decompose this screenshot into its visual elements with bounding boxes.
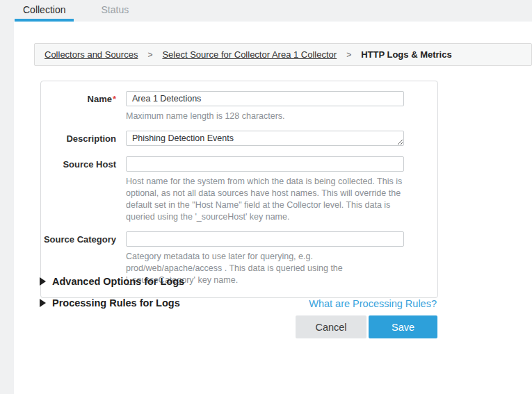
name-input[interactable] [126,91,404,106]
tab-status-label: Status [101,4,129,15]
caret-right-icon [40,277,46,286]
main-panel: Collectors and Sources > Select Source f… [14,22,532,394]
section-advanced-options[interactable]: Advanced Options for Logs [40,276,184,287]
tab-collection-label: Collection [23,4,65,15]
breadcrumb-separator: > [346,50,351,60]
caret-right-icon [40,299,46,307]
breadcrumb-collectors-and-sources[interactable]: Collectors and Sources [45,49,138,60]
advanced-options-label: Advanced Options for Logs [52,276,184,287]
name-row: Name* Maximum name length is 128 charact… [41,91,437,131]
form-actions: Cancel Save [296,315,437,338]
breadcrumb-separator: > [147,50,152,60]
name-helper-text: Maximum name length is 128 characters. [126,110,405,122]
source-config-form: Name* Maximum name length is 128 charact… [40,81,438,298]
section-processing-rules[interactable]: Processing Rules for Logs [40,297,180,309]
tab-collection[interactable]: Collection [15,0,74,22]
required-asterisk: * [113,94,116,104]
description-textarea[interactable]: Phishing Detection Events [126,131,404,146]
description-label: Description [41,131,126,149]
breadcrumb-select-source[interactable]: Select Source for Collector Area 1 Colle… [162,49,337,60]
processing-rules-label: Processing Rules for Logs [52,297,180,309]
breadcrumb-current-page: HTTP Logs & Metrics [361,49,452,60]
top-tab-bar: Collection Status [0,0,532,22]
cancel-button[interactable]: Cancel [296,315,366,338]
source-host-row: Source Host Host name for the system fro… [41,156,437,232]
source-host-label: Source Host [41,156,126,232]
tab-status[interactable]: Status [92,0,137,22]
name-label: Name* [41,91,126,131]
source-host-helper-text: Host name for the system from which the … [126,176,405,223]
source-category-input[interactable] [126,231,404,247]
save-button[interactable]: Save [369,315,437,338]
description-row: Description Phishing Detection Events [41,131,437,149]
source-host-input[interactable] [126,156,404,172]
breadcrumb: Collectors and Sources > Select Source f… [34,43,532,66]
what-are-processing-rules-link[interactable]: What are Processing Rules? [309,298,437,309]
app-window: Collection Status Collectors and Sources… [0,0,532,394]
